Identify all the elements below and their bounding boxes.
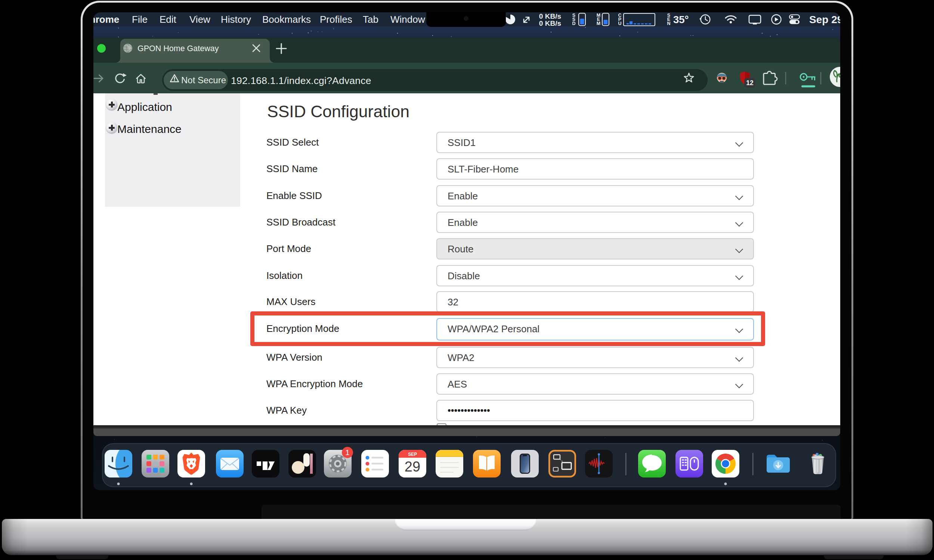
- svg-text:M: M: [596, 21, 600, 26]
- svg-text:SEP: SEP: [408, 452, 417, 457]
- svg-text:35°: 35°: [673, 14, 689, 25]
- svg-text:D: D: [572, 21, 575, 26]
- svg-text:N: N: [667, 21, 670, 26]
- svg-text:U: U: [618, 21, 621, 26]
- svg-text:0 KB/s: 0 KB/s: [539, 12, 561, 20]
- svg-text:0 KB/s: 0 KB/s: [539, 19, 561, 26]
- svg-text:Sep 29: Sep 29: [809, 14, 840, 25]
- svg-text:1: 1: [345, 448, 349, 457]
- svg-text:29: 29: [405, 459, 420, 474]
